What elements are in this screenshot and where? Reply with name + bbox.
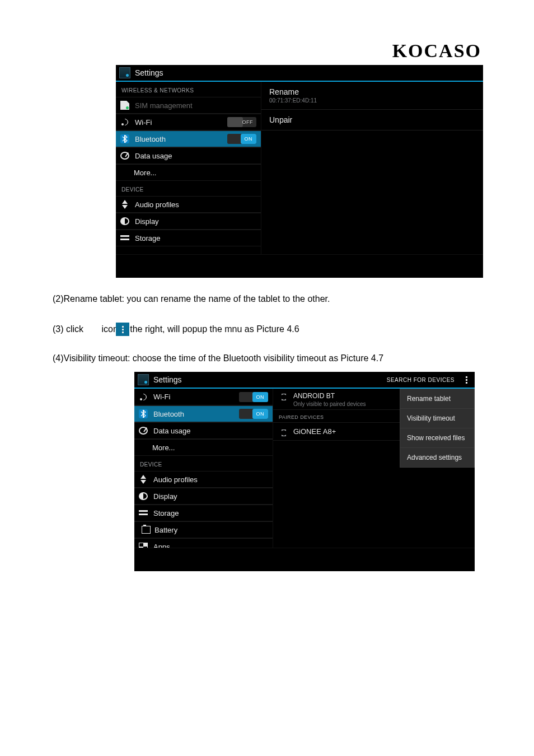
screenshot-bluetooth-menu: Settings SEARCH FOR DEVICES Wi-Fi ON Blu… [134,372,475,571]
section-header-device: DEVICE [116,181,261,196]
sidebar-label-audio: Audio profiles [153,475,268,484]
sidebar-label-storage: Storage [153,509,268,517]
brand-logo: KOCASO [392,40,481,62]
storage-icon [139,508,148,517]
sidebar-item-more[interactable]: More... [116,164,261,181]
battery-icon [142,526,151,534]
overflow-menu-icon-inline [116,323,129,336]
option-rename-mac: 00:71:37:ED:4D:11 [269,97,475,104]
system-navbar[interactable] [134,548,475,571]
wifi-icon [120,118,129,127]
sidebar-label-data-usage: Data usage [135,152,256,160]
menu-item-visibility-timeout[interactable]: Visibility timeout [400,409,474,428]
bt-self-name: ANDROID BT [293,392,366,400]
sidebar-label-data-usage: Data usage [153,427,268,435]
section-header-device: DEVICE [134,456,273,471]
switch-on-label: ON [245,136,253,142]
sidebar-item-audio-profiles[interactable]: Audio profiles [134,471,273,488]
sidebar-label-wifi: Wi-Fi [153,393,233,401]
display-icon [120,217,129,225]
sidebar-label-audio: Audio profiles [135,200,256,209]
menu-item-rename-tablet[interactable]: Rename tablet [400,389,474,409]
switch-off-label: OFF [242,119,254,125]
kebab-icon [119,324,127,334]
system-navbar[interactable] [116,254,483,278]
phone-icon [279,428,288,436]
sidebar-item-sim[interactable]: SIM management [116,97,261,114]
sidebar-label-more: More... [152,444,268,452]
sim-icon [120,101,129,110]
sidebar-label-display: Display [153,492,268,501]
settings-app-icon [119,67,130,78]
sidebar-item-display[interactable]: Display [134,488,273,505]
wifi-toggle[interactable]: ON [239,392,268,402]
settings-app-icon [138,374,149,385]
paired-device-name: GiONEE A8+ [293,427,336,436]
window-title: Settings [135,68,163,77]
menu-item-show-received-files[interactable]: Show received files [400,428,474,448]
wifi-icon [139,393,148,402]
sidebar-item-wifi[interactable]: Wi-Fi OFF [116,114,261,130]
settings-sidebar: WIRELESS & NETWORKS SIM management Wi-Fi… [116,82,261,278]
sidebar-item-bluetooth[interactable]: Bluetooth ON [116,130,261,147]
overflow-menu-icon[interactable] [462,375,470,385]
sidebar-label-bluetooth: Bluetooth [153,410,233,418]
bluetooth-icon [139,409,148,418]
sidebar-item-audio-profiles[interactable]: Audio profiles [116,196,261,213]
phone-icon [279,392,288,400]
bluetooth-toggle[interactable]: ON [227,134,256,144]
screenshot-bluetooth-device-options: Settings WIRELESS & NETWORKS SIM managem… [116,65,483,278]
data-usage-icon [120,152,129,160]
sidebar-item-storage[interactable]: Storage [116,230,261,246]
sidebar-item-battery[interactable]: Battery [134,521,273,538]
display-icon [139,492,148,500]
audio-profiles-icon [139,475,148,484]
window-title: Settings [153,375,182,384]
switch-on-label: ON [256,411,265,417]
sidebar-label-more: More... [134,169,256,177]
bluetooth-toggle[interactable]: ON [239,409,268,419]
detail-pane: Rename 00:71:37:ED:4D:11 Unpair [261,82,483,278]
doc-text-visibility-timeout: (4)Visibility timeout: choose the time o… [53,352,484,365]
sidebar-item-bluetooth[interactable]: Bluetooth ON [134,405,273,422]
window-titlebar: Settings SEARCH FOR DEVICES [134,372,475,389]
window-titlebar: Settings [116,65,483,82]
sidebar-label-bluetooth: Bluetooth [135,135,222,143]
option-unpair[interactable]: Unpair [261,110,483,130]
storage-icon [120,234,129,242]
search-for-devices-button[interactable]: SEARCH FOR DEVICES [387,377,455,383]
option-unpair-title: Unpair [269,115,475,124]
doc-text-after-icon: icon in the right, will popup the mnu as… [102,324,299,334]
sidebar-label-display: Display [135,217,256,226]
sidebar-label-wifi: Wi-Fi [135,118,222,127]
overflow-menu-popup: Rename tablet Visibility timeout Show re… [400,389,475,468]
audio-profiles-icon [120,200,129,209]
doc-text-rename-tablet: (2)Rename tablet: you can rename the nam… [53,292,484,306]
doc-text-before-icon: (3) click [53,324,86,334]
menu-item-advanced-settings[interactable]: Advanced settings [400,448,474,467]
detail-pane: ANDROID BT Only visible to paired device… [273,389,475,571]
switch-on-label: ON [256,394,265,400]
option-rename-title: Rename [269,87,475,96]
sidebar-item-wifi[interactable]: Wi-Fi ON [134,389,273,405]
wifi-toggle[interactable]: OFF [227,117,256,127]
settings-sidebar: Wi-Fi ON Bluetooth ON Data usage [134,389,273,571]
sidebar-label-sim: SIM management [135,101,256,110]
sidebar-item-data-usage[interactable]: Data usage [116,147,261,164]
sidebar-label-battery: Battery [154,526,268,534]
bt-self-sub: Only visible to paired devices [293,401,366,407]
data-usage-icon [139,427,148,435]
section-header-wireless: WIRELESS & NETWORKS [116,82,261,97]
sidebar-item-data-usage[interactable]: Data usage [134,422,273,439]
sidebar-label-storage: Storage [135,234,256,242]
sidebar-item-display[interactable]: Display [116,213,261,230]
option-rename-device[interactable]: Rename 00:71:37:ED:4D:11 [261,82,483,110]
sidebar-item-storage[interactable]: Storage [134,505,273,521]
bluetooth-icon [120,134,129,143]
sidebar-item-more[interactable]: More... [134,439,273,456]
